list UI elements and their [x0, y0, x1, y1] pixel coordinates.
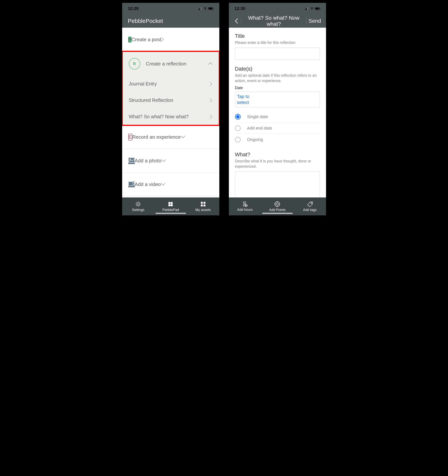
- radio-icon: [235, 125, 241, 131]
- whatsowhat-row[interactable]: What? So what? Now what?: [123, 108, 219, 125]
- svg-rect-26: [305, 9, 306, 10]
- svg-line-16: [136, 205, 137, 206]
- title-hint: Please enter a title for this reflection: [235, 40, 320, 45]
- svg-rect-31: [320, 8, 320, 9]
- gear-icon: [135, 201, 141, 207]
- wifi-icon: [310, 7, 314, 10]
- svg-line-15: [139, 205, 140, 206]
- home-indicator: [262, 213, 293, 214]
- svg-rect-0: [198, 9, 199, 10]
- status-indicators: [198, 7, 214, 10]
- add-video-row[interactable]: Add a video: [122, 173, 219, 196]
- tab-hours-label: Add hours: [237, 208, 253, 212]
- svg-rect-30: [315, 8, 319, 9]
- tab-add-tags[interactable]: Add tags: [294, 198, 326, 215]
- home-indicator: [155, 213, 186, 214]
- record-experience-label: Record an experience: [132, 134, 181, 140]
- svg-point-9: [137, 203, 139, 205]
- svg-point-41: [311, 202, 312, 203]
- svg-point-7: [130, 159, 131, 160]
- title-field: Title Please enter a title for this refl…: [235, 33, 320, 60]
- reflection-highlight-box: R Create a reflection Journal Entry Stru…: [122, 51, 219, 126]
- form-content: Title Please enter a title for this refl…: [229, 28, 326, 198]
- dates-heading: Date(s): [235, 66, 320, 72]
- separator: [306, 17, 307, 25]
- send-button[interactable]: Send: [307, 18, 322, 24]
- create-post-row[interactable]: P Create a post: [122, 28, 219, 51]
- svg-point-18: [168, 202, 171, 204]
- title-input[interactable]: [235, 47, 320, 60]
- radio-single-date[interactable]: Single date: [235, 111, 320, 123]
- svg-rect-22: [201, 202, 203, 204]
- add-photo-label: Add a photo: [135, 158, 161, 164]
- video-icon: [128, 181, 135, 187]
- tap-to-select-text: Tap to select: [237, 93, 254, 105]
- tab-add-hours[interactable]: Add hours: [229, 198, 261, 215]
- radio-single-label: Single date: [247, 114, 268, 119]
- journal-entry-row[interactable]: Journal Entry: [123, 76, 219, 92]
- whatsowhat-label: What? So what? Now what?: [129, 114, 210, 119]
- radio-icon: [235, 114, 241, 120]
- svg-point-20: [168, 204, 171, 206]
- photo-icon: [128, 157, 135, 164]
- tab-assets-label: My assets: [195, 208, 211, 212]
- wifi-icon: [203, 7, 207, 10]
- svg-rect-25: [204, 204, 205, 206]
- svg-rect-8: [128, 182, 133, 186]
- form-header-title: What? So what? Now what?: [242, 15, 306, 27]
- chevron-right-icon: [210, 114, 213, 119]
- radio-ongoing[interactable]: Ongoing: [235, 134, 320, 145]
- back-button[interactable]: [233, 18, 240, 24]
- chevron-left-icon: [235, 18, 238, 24]
- phone-right: 12:30 What? So what? Now what? Send Titl…: [228, 2, 327, 216]
- create-reflection-label: Create a reflection: [146, 61, 208, 67]
- svg-rect-27: [306, 8, 307, 10]
- battery-icon: [315, 7, 320, 10]
- create-post-label: Create a post: [132, 37, 161, 43]
- status-bar: 12:29: [122, 3, 219, 14]
- clover-icon: [167, 201, 174, 207]
- radio-icon: [235, 137, 241, 142]
- chevron-down-icon: [161, 159, 166, 162]
- tab-assets[interactable]: My assets: [187, 198, 219, 215]
- hourglass-icon: [242, 201, 248, 207]
- content-area: P Create a post R Create a reflection Jo…: [122, 28, 219, 198]
- svg-point-21: [171, 204, 173, 206]
- structured-reflection-row[interactable]: Structured Reflection: [123, 92, 219, 108]
- what-hint: Describe what it is you have thought, do…: [235, 158, 320, 169]
- tab-settings[interactable]: Settings: [122, 198, 155, 215]
- record-experience-row[interactable]: E Record an experience: [122, 125, 219, 149]
- what-field: What? Describe what it is you have thoug…: [235, 152, 320, 198]
- form-header: What? So what? Now what? Send: [229, 14, 326, 28]
- tab-settings-label: Settings: [132, 208, 144, 212]
- date-picker[interactable]: Tap to select: [235, 91, 320, 107]
- svg-rect-5: [213, 8, 213, 9]
- chevron-down-icon: [161, 183, 166, 186]
- chevron-down-icon: [181, 136, 185, 139]
- journal-entry-label: Journal Entry: [129, 81, 210, 87]
- post-icon: P: [128, 37, 132, 43]
- status-time: 12:30: [235, 6, 245, 11]
- status-bar: 12:30: [229, 3, 326, 14]
- what-textarea[interactable]: [235, 171, 320, 198]
- svg-point-19: [171, 202, 173, 204]
- what-heading: What?: [235, 152, 320, 158]
- chevron-right-icon: [161, 37, 164, 42]
- tab-pebblepad-label: PebblePad: [162, 208, 179, 212]
- dates-hint: Add an optional date if this reflection …: [235, 73, 320, 83]
- chevron-up-icon: [208, 62, 213, 65]
- target-icon: [274, 201, 280, 207]
- chevron-right-icon: [210, 82, 213, 86]
- phone-left: 12:29 PebblePocket P Create a post R Cre…: [121, 2, 220, 216]
- svg-rect-23: [204, 202, 205, 204]
- add-photo-row[interactable]: Add a photo: [122, 149, 219, 173]
- create-reflection-row[interactable]: R Create a reflection: [123, 52, 219, 76]
- tab-tags-label: Add tags: [303, 208, 316, 212]
- date-label: Date: [235, 86, 320, 90]
- svg-rect-6: [128, 158, 134, 163]
- svg-rect-24: [201, 204, 203, 206]
- app-header: PebblePocket: [122, 14, 219, 28]
- radio-ongoing-label: Ongoing: [247, 137, 263, 142]
- signal-icon: [198, 7, 202, 10]
- radio-add-end-date[interactable]: Add end date: [235, 123, 320, 134]
